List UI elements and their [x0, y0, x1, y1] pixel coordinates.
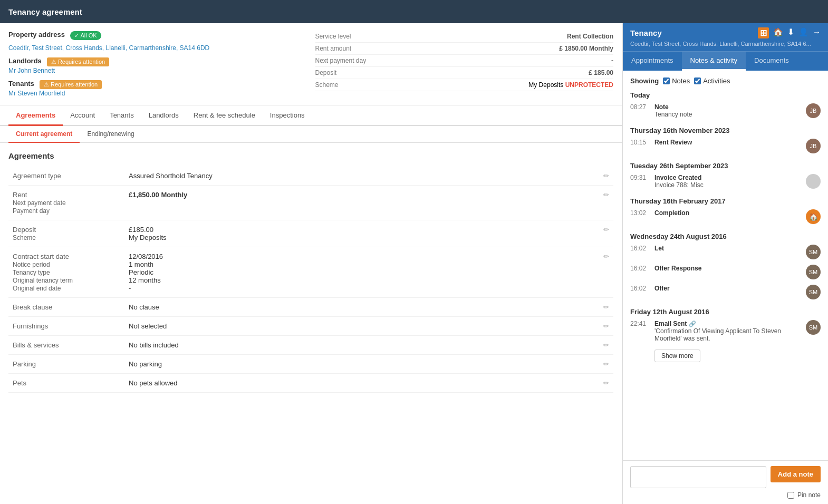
- edit-contract-start[interactable]: ✏: [598, 247, 613, 298]
- row-value-pets: No pets allowed: [124, 374, 598, 393]
- showing-label: Showing: [630, 77, 659, 85]
- page-header: Tenancy agreement: [0, 0, 828, 23]
- right-tab-documents[interactable]: Documents: [746, 52, 797, 71]
- note-type: Rent Review: [654, 139, 802, 146]
- showing-bar: Showing Notes Activities: [630, 77, 821, 85]
- right-panel-icons: ⊞ 🏠 ⬇ 👤 →: [758, 27, 821, 38]
- table-row: Contract start dateNotice periodTenancy …: [8, 247, 613, 298]
- scheme-value: My Deposits: [528, 81, 563, 89]
- date-group-sep2023: Tuesday 26th September 2023 09:31 Invoic…: [630, 162, 821, 189]
- tab-agreements[interactable]: Agreements: [8, 106, 63, 126]
- note-item: 16:02 Offer Response SM: [630, 265, 821, 279]
- next-payment-day-label: Next payment day: [315, 57, 367, 64]
- user-icon[interactable]: 👤: [798, 27, 808, 38]
- note-content: Note Tenancy note: [654, 103, 802, 118]
- date-heading-aug2016: Wednesday 24th August 2016: [630, 232, 821, 240]
- note-type: Email Sent 🔗: [654, 320, 802, 327]
- note-input[interactable]: [630, 466, 766, 488]
- date-group-aug2016: Wednesday 24th August 2016 16:02 Let SM …: [630, 232, 821, 299]
- note-content: Offer: [654, 285, 802, 292]
- avatar: SM: [806, 285, 821, 299]
- edit-parking[interactable]: ✏: [598, 355, 613, 374]
- service-level-value: Rent Collection: [567, 33, 613, 40]
- pin-note-checkbox[interactable]: [787, 492, 794, 499]
- sub-tab-ending-renewing[interactable]: Ending/renewing: [80, 126, 141, 143]
- note-content: Rent Review: [654, 139, 802, 146]
- edit-deposit[interactable]: ✏: [598, 220, 613, 247]
- note-time: 08:27: [630, 103, 650, 111]
- table-row: Parking No parking ✏: [8, 355, 613, 374]
- tab-rent-fee-schedule[interactable]: Rent & fee schedule: [186, 106, 263, 126]
- service-level-row: Service level Rent Collection: [315, 31, 614, 43]
- row-label-contract-start: Contract start dateNotice periodTenancy …: [8, 247, 124, 298]
- edit-bills[interactable]: ✏: [598, 336, 613, 355]
- note-item: 10:15 Rent Review JB: [630, 139, 821, 153]
- date-group-today: Today 08:27 Note Tenancy note JB: [630, 91, 821, 118]
- edit-furnishings[interactable]: ✏: [598, 317, 613, 336]
- deposit-label: Deposit: [315, 69, 337, 76]
- tenants-name[interactable]: Mr Steven Moorfield: [8, 90, 65, 97]
- table-row: Bills & services No bills included ✏: [8, 336, 613, 355]
- right-tab-appointments[interactable]: Appointments: [623, 52, 682, 71]
- property-address-label: Property address: [8, 31, 65, 38]
- activities-checkbox-text: Activities: [703, 77, 730, 85]
- arrow-right-icon[interactable]: →: [813, 27, 821, 38]
- add-note-button[interactable]: Add a note: [771, 466, 821, 482]
- notes-area: Showing Notes Activities Today 08:27 Not…: [623, 71, 828, 460]
- note-item: 13:02 Completion 🏠: [630, 209, 821, 224]
- main-tabs: Agreements Account Tenants Landlords Ren…: [0, 106, 622, 126]
- home-icon[interactable]: 🏠: [773, 27, 783, 38]
- row-label-furnishings: Furnishings: [8, 317, 124, 336]
- show-more-button[interactable]: Show more: [654, 350, 700, 362]
- row-value-rent: £1,850.00 Monthly: [124, 186, 598, 220]
- landlords-name[interactable]: Mr John Bennett: [8, 67, 55, 74]
- table-row: Break clause No clause ✏: [8, 298, 613, 317]
- rent-amount-label: Rent amount: [315, 45, 352, 52]
- agreements-section-header: Agreements: [8, 151, 613, 160]
- download-icon[interactable]: ⬇: [787, 27, 794, 38]
- row-label-pets: Pets: [8, 374, 124, 393]
- notes-checkbox-label[interactable]: Notes: [663, 77, 690, 85]
- row-label-parking: Parking: [8, 355, 124, 374]
- tab-tenants[interactable]: Tenants: [102, 106, 141, 126]
- rent-amount-value: £ 1850.00 Monthly: [559, 45, 613, 52]
- note-time: 16:02: [630, 245, 650, 252]
- tenants-requires-attention: ⚠ Requires attention: [40, 80, 102, 89]
- activities-checkbox-label[interactable]: Activities: [694, 77, 730, 85]
- notes-checkbox[interactable]: [663, 77, 670, 84]
- note-item: 08:27 Note Tenancy note JB: [630, 103, 821, 118]
- edit-break-clause[interactable]: ✏: [598, 298, 613, 317]
- row-value-bills: No bills included: [124, 336, 598, 355]
- edit-pets[interactable]: ✏: [598, 374, 613, 393]
- row-label-deposit: DepositScheme: [8, 220, 124, 247]
- edit-agreement-type[interactable]: ✏: [598, 167, 613, 186]
- row-value-furnishings: Not selected: [124, 317, 598, 336]
- note-type: Completion: [654, 209, 802, 217]
- avatar: JB: [806, 103, 821, 118]
- row-value-contract-start: 12/08/20161 monthPeriodic12 months-: [124, 247, 598, 298]
- note-content: Invoice Created Invoice 788: Misc: [654, 174, 802, 189]
- row-label-break-clause: Break clause: [8, 298, 124, 317]
- tab-account[interactable]: Account: [63, 106, 102, 126]
- sub-tab-current-agreement[interactable]: Current agreement: [8, 126, 80, 143]
- date-group-nov2023: Thursday 16th November 2023 10:15 Rent R…: [630, 127, 821, 153]
- row-label-bills: Bills & services: [8, 336, 124, 355]
- note-time: 16:02: [630, 285, 650, 292]
- edit-rent[interactable]: ✏: [598, 186, 613, 220]
- note-time: 13:02: [630, 209, 650, 217]
- row-value-parking: No parking: [124, 355, 598, 374]
- activities-checkbox[interactable]: [694, 77, 701, 84]
- tab-landlords[interactable]: Landlords: [141, 106, 186, 126]
- row-label-rent: RentNext payment datePayment day: [8, 186, 124, 220]
- note-item: 16:02 Let SM: [630, 245, 821, 259]
- right-tab-notes-activity[interactable]: Notes & activity: [682, 52, 746, 71]
- rent-amount-row: Rent amount £ 1850.00 Monthly: [315, 43, 614, 55]
- tab-inspections[interactable]: Inspections: [263, 106, 312, 126]
- avatar: JB: [806, 139, 821, 153]
- property-address-link[interactable]: Coedtir, Test Street, Cross Hands, Llane…: [8, 44, 209, 52]
- note-content: Completion: [654, 209, 802, 217]
- table-row: Pets No pets allowed ✏: [8, 374, 613, 393]
- note-type: Invoice Created: [654, 174, 802, 181]
- grid-icon[interactable]: ⊞: [758, 27, 769, 38]
- deposit-value: £ 185.00: [589, 69, 613, 76]
